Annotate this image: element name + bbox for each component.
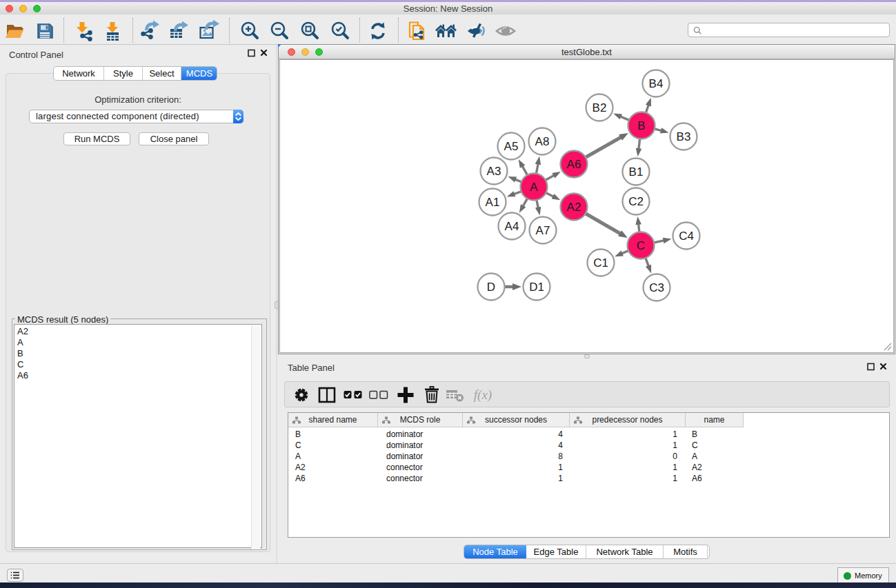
svg-text:A7: A7	[536, 224, 550, 237]
svg-text:A4: A4	[505, 220, 519, 233]
svg-text:C2: C2	[628, 195, 644, 208]
svg-text:A8: A8	[535, 135, 550, 148]
svg-text:B1: B1	[629, 165, 644, 179]
svg-text:A5: A5	[504, 140, 519, 153]
svg-text:B: B	[637, 119, 645, 132]
svg-text:D: D	[487, 281, 495, 294]
svg-text:C1: C1	[593, 256, 608, 270]
svg-text:f(x): f(x)	[474, 387, 492, 403]
svg-text:A3: A3	[487, 165, 501, 178]
svg-text:A1: A1	[486, 196, 500, 209]
svg-text:C4: C4	[679, 230, 694, 243]
svg-text:B4: B4	[649, 77, 664, 90]
svg-text:D1: D1	[529, 281, 544, 294]
svg-text:A6: A6	[567, 158, 581, 171]
svg-text:B2: B2	[593, 101, 607, 114]
svg-text:C: C	[637, 239, 645, 252]
svg-text:B3: B3	[677, 130, 691, 143]
svg-text:A2: A2	[567, 201, 581, 214]
svg-text:C3: C3	[649, 281, 664, 294]
svg-text:A: A	[530, 181, 538, 194]
